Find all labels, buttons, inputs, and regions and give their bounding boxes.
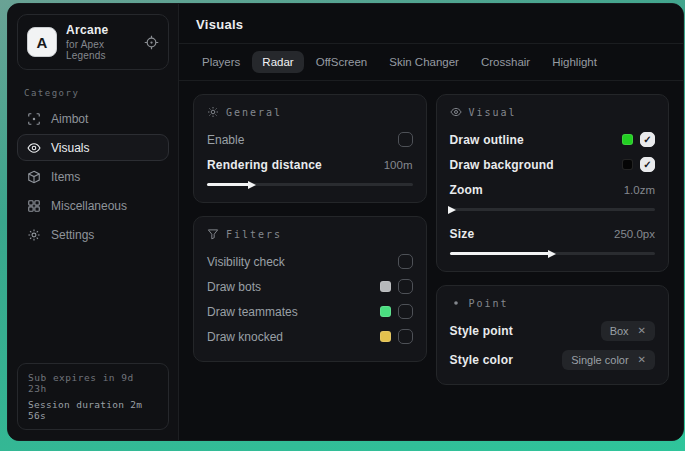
draw-teammates-checkbox[interactable] — [398, 304, 413, 319]
session-duration-text: Session duration 2m 56s — [28, 399, 158, 421]
style-color-label: Style color — [450, 353, 514, 367]
tab-players[interactable]: Players — [192, 51, 250, 73]
size-slider[interactable] — [450, 249, 656, 258]
draw-knocked-row: Draw knocked — [207, 325, 413, 348]
zoom-value: 1.0zm — [624, 184, 655, 196]
style-color-row: Style color Single color — [450, 348, 656, 371]
sidebar-item-label: Settings — [51, 228, 94, 242]
slider-fill — [207, 183, 250, 186]
app-header-card: A Arcane for Apex Legends — [17, 14, 169, 70]
dot-icon — [450, 297, 462, 309]
slider-thumb[interactable] — [248, 181, 256, 189]
draw-background-color-swatch[interactable] — [622, 159, 633, 170]
tab-highlight[interactable]: Highlight — [542, 51, 607, 73]
style-color-value: Single color — [571, 354, 628, 366]
visual-panel: Visual Draw outline Draw background — [436, 94, 670, 272]
draw-outline-row: Draw outline — [450, 128, 656, 151]
style-color-select[interactable]: Single color — [562, 350, 655, 370]
point-panel: Point Style point Box Style color Single… — [436, 285, 670, 385]
visibility-check-label: Visibility check — [207, 255, 285, 269]
sidebar-item-label: Items — [51, 170, 80, 184]
sidebar-item-settings[interactable]: Settings — [17, 221, 169, 248]
tab-offscreen[interactable]: OffScreen — [306, 51, 378, 73]
sub-expires-text: Sub expires in 9d 23h — [28, 372, 158, 394]
session-info-card: Sub expires in 9d 23h Session duration 2… — [17, 363, 169, 430]
sidebar-item-label: Aimbot — [51, 112, 88, 126]
slider-track — [450, 208, 656, 211]
tab-crosshair[interactable]: Crosshair — [471, 51, 540, 73]
sidebar-item-visuals[interactable]: Visuals — [17, 134, 169, 161]
draw-knocked-checkbox[interactable] — [398, 329, 413, 344]
filters-panel: Filters Visibility check Draw bots — [193, 216, 427, 362]
visual-panel-title: Visual — [469, 107, 517, 118]
draw-teammates-color-swatch[interactable] — [380, 306, 391, 317]
app-logo: A — [27, 27, 57, 57]
style-point-label: Style point — [450, 324, 514, 338]
app-title: Arcane — [66, 23, 135, 37]
draw-background-row: Draw background — [450, 153, 656, 176]
left-column: General Enable Rendering distance 100m — [193, 94, 427, 362]
rendering-distance-label: Rendering distance — [207, 158, 322, 172]
grid-icon — [27, 199, 41, 213]
funnel-icon — [207, 228, 219, 240]
target-icon[interactable] — [144, 35, 159, 50]
rendering-distance-value: 100m — [384, 159, 413, 171]
eye-icon — [27, 141, 41, 155]
enable-checkbox[interactable] — [398, 132, 413, 147]
general-panel: General Enable Rendering distance 100m — [193, 94, 427, 203]
size-value: 250.0px — [614, 228, 655, 240]
sidebar-item-aimbot[interactable]: Aimbot — [17, 105, 169, 132]
page-title: Visuals — [196, 17, 666, 32]
slider-fill — [450, 252, 551, 255]
point-panel-header: Point — [450, 297, 656, 309]
main-header: Visuals — [179, 4, 683, 44]
filters-panel-title: Filters — [226, 229, 282, 240]
sidebar-item-miscellaneous[interactable]: Miscellaneous — [17, 192, 169, 219]
zoom-label: Zoom — [450, 183, 483, 197]
draw-knocked-color-swatch[interactable] — [380, 331, 391, 342]
enable-label: Enable — [207, 133, 244, 147]
gear-icon — [27, 228, 41, 242]
draw-outline-checkbox[interactable] — [640, 132, 655, 147]
draw-background-checkbox[interactable] — [640, 157, 655, 172]
style-point-value: Box — [610, 325, 629, 337]
slider-thumb[interactable] — [448, 206, 456, 214]
app-window: A Arcane for Apex Legends Category Aimbo — [7, 3, 684, 441]
sidebar-item-items[interactable]: Items — [17, 163, 169, 190]
zoom-row: Zoom 1.0zm — [450, 178, 656, 201]
app-subtitle: for Apex Legends — [66, 39, 135, 61]
visibility-check-checkbox[interactable] — [398, 254, 413, 269]
sidebar: A Arcane for Apex Legends Category Aimbo — [8, 4, 179, 440]
box-icon — [27, 170, 41, 184]
tab-radar[interactable]: Radar — [252, 51, 303, 73]
zoom-slider[interactable] — [450, 205, 656, 214]
sidebar-item-label: Visuals — [51, 141, 89, 155]
draw-bots-row: Draw bots — [207, 275, 413, 298]
draw-teammates-row: Draw teammates — [207, 300, 413, 323]
general-panel-title: General — [226, 107, 282, 118]
tab-bar: Players Radar OffScreen Skin Changer Cro… — [179, 44, 683, 81]
draw-teammates-label: Draw teammates — [207, 305, 298, 319]
general-panel-header: General — [207, 106, 413, 118]
style-point-select[interactable]: Box — [601, 321, 655, 341]
app-title-wrap: Arcane for Apex Legends — [66, 23, 135, 61]
draw-bots-label: Draw bots — [207, 280, 261, 294]
clear-icon[interactable] — [638, 355, 646, 365]
sun-icon — [207, 106, 219, 118]
visibility-check-row: Visibility check — [207, 250, 413, 273]
visual-panel-header: Visual — [450, 106, 656, 118]
style-point-row: Style point Box — [450, 319, 656, 342]
draw-outline-color-swatch[interactable] — [622, 134, 633, 145]
filters-panel-header: Filters — [207, 228, 413, 240]
main-content: Visuals Players Radar OffScreen Skin Cha… — [179, 4, 683, 440]
tab-skin-changer[interactable]: Skin Changer — [379, 51, 469, 73]
slider-thumb[interactable] — [548, 250, 556, 258]
draw-bots-color-swatch[interactable] — [380, 281, 391, 292]
draw-bots-checkbox[interactable] — [398, 279, 413, 294]
right-column: Visual Draw outline Draw background — [436, 94, 670, 385]
draw-knocked-label: Draw knocked — [207, 330, 283, 344]
point-panel-title: Point — [469, 298, 509, 309]
size-row: Size 250.0px — [450, 222, 656, 245]
clear-icon[interactable] — [638, 326, 646, 336]
rendering-distance-slider[interactable] — [207, 180, 413, 189]
